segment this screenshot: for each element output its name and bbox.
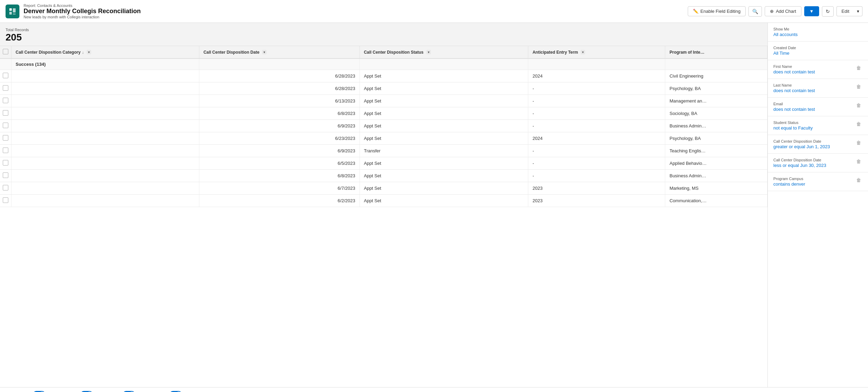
table-row[interactable]: 6/28/2023 Appt Set - Psychology, BA [0, 82, 767, 95]
cell-date: 6/8/2023 [199, 107, 359, 120]
main-layout: Total Records 205 Call Center Dispositio… [0, 23, 868, 387]
filter-value-0: All accounts [773, 32, 862, 37]
row-checkbox-cell[interactable] [0, 95, 11, 107]
sort-down-icon[interactable]: ↓ [82, 50, 84, 54]
filter-content-0: Show Me All accounts [773, 27, 862, 37]
category-filter-btn[interactable]: ▾ [87, 50, 91, 54]
entry-term-filter-btn[interactable]: ▾ [581, 50, 585, 54]
filter-value-8: contains denver [773, 181, 852, 187]
filter-value-2: does not contain test [773, 69, 852, 74]
cell-category [11, 95, 199, 107]
table-row[interactable]: 6/8/2023 Appt Set - Business Admin… [0, 170, 767, 182]
filter-item-5: Student Status not equal to Faculty 🗑 [768, 116, 868, 135]
cell-entry-term: - [528, 170, 665, 182]
table-row[interactable]: 6/28/2023 Appt Set 2024 Civil Engineerin… [0, 70, 767, 82]
total-records-section: Total Records 205 [0, 23, 767, 46]
edit-button[interactable]: Edit [836, 6, 854, 16]
filter-item-4: Email does not contain test 🗑 [768, 98, 868, 116]
filter-label-0: Show Me [773, 27, 862, 31]
row-checkbox[interactable] [3, 148, 8, 153]
cell-entry-term: 2024 [528, 70, 665, 82]
row-checkbox-cell[interactable] [0, 145, 11, 157]
filter-delete-4[interactable]: 🗑 [855, 102, 862, 109]
row-checkbox-cell[interactable] [0, 82, 11, 95]
total-records-label: Total Records [6, 28, 762, 32]
cell-program: Marketing, MS [665, 182, 767, 195]
row-checkbox[interactable] [3, 135, 8, 141]
cell-status: Appt Set [359, 170, 528, 182]
table-row[interactable]: 6/23/2023 Appt Set 2024 Psychology, BA [0, 132, 767, 145]
refresh-button[interactable]: ↻ [822, 6, 834, 17]
cell-date: 6/13/2023 [199, 95, 359, 107]
cell-status: Appt Set [359, 120, 528, 132]
row-checkbox[interactable] [3, 98, 8, 103]
data-table-container: Call Center Disposition Category ↓ ▾ Cal… [0, 46, 767, 387]
row-checkbox[interactable] [3, 197, 8, 203]
cell-entry-term: - [528, 107, 665, 120]
filter-value-4: does not contain test [773, 107, 852, 112]
cell-program: Business Admin… [665, 120, 767, 132]
cell-entry-term: - [528, 145, 665, 157]
filter-delete-3[interactable]: 🗑 [855, 83, 862, 90]
table-row[interactable]: 6/9/2023 Appt Set - Business Admin… [0, 120, 767, 132]
filter-delete-6[interactable]: 🗑 [855, 139, 862, 146]
table-row[interactable]: 6/13/2023 Appt Set - Management an… [0, 95, 767, 107]
row-checkbox[interactable] [3, 160, 8, 166]
row-checkbox-cell[interactable] [0, 157, 11, 170]
table-row[interactable]: 6/9/2023 Transfer - Teaching Englis… [0, 145, 767, 157]
row-checkbox-cell[interactable] [0, 170, 11, 182]
edit-caret-button[interactable]: ▾ [854, 6, 862, 16]
filter-content-6: Call Center Disposition Date greater or … [773, 139, 852, 149]
select-all-header[interactable] [0, 46, 11, 59]
row-checkbox-cell[interactable] [0, 195, 11, 207]
select-all-checkbox[interactable] [3, 49, 8, 54]
filter-item-0: Show Me All accounts [768, 23, 868, 42]
report-subtitle: Report: Contacts & Accounts [24, 3, 141, 8]
row-checkbox-cell[interactable] [0, 120, 11, 132]
cell-date: 6/28/2023 [199, 82, 359, 95]
table-row[interactable]: 6/7/2023 Appt Set 2023 Marketing, MS [0, 182, 767, 195]
row-checkbox[interactable] [3, 73, 8, 78]
filter-delete-2[interactable]: 🗑 [855, 64, 862, 71]
filter-content-4: Email does not contain test [773, 102, 852, 112]
pencil-icon: ✏️ [693, 9, 698, 14]
row-checkbox[interactable] [3, 85, 8, 91]
filter-value-1: All Time [773, 51, 862, 56]
add-chart-button[interactable]: ⊕ Add Chart [765, 6, 801, 16]
search-button[interactable]: 🔍 [748, 6, 762, 17]
table-row[interactable]: 6/2/2023 Appt Set 2023 Communication,… [0, 195, 767, 207]
filter-label-8: Program Campus [773, 177, 852, 181]
date-filter-btn[interactable]: ▾ [262, 50, 267, 54]
row-checkbox-cell[interactable] [0, 182, 11, 195]
col-header-program: Program of Inte… [665, 46, 767, 59]
cell-date: 6/28/2023 [199, 70, 359, 82]
row-checkbox[interactable] [3, 110, 8, 116]
filter-content-2: First Name does not contain test [773, 64, 852, 74]
row-checkbox[interactable] [3, 123, 8, 128]
filter-panel: Show Me All accounts Created Date All Ti… [767, 23, 868, 387]
row-checkbox[interactable] [3, 185, 8, 190]
cell-program: Teaching Englis… [665, 145, 767, 157]
filter-delete-8[interactable]: 🗑 [855, 177, 862, 184]
row-checkbox-cell[interactable] [0, 107, 11, 120]
row-checkbox[interactable] [3, 172, 8, 178]
cell-program: Communication,… [665, 195, 767, 207]
cell-program: Psychology, BA [665, 82, 767, 95]
row-checkbox-cell[interactable] [0, 70, 11, 82]
filter-button[interactable]: ▼ [804, 6, 819, 16]
enable-field-editing-button[interactable]: ✏️ Enable Field Editing [688, 6, 746, 16]
cell-category [11, 195, 199, 207]
group-label: Success (134) [11, 59, 199, 70]
table-row[interactable]: 6/5/2023 Appt Set - Applied Behavio… [0, 157, 767, 170]
filter-label-4: Email [773, 102, 852, 106]
svg-rect-2 [13, 8, 16, 12]
total-records-value: 205 [6, 32, 762, 43]
filter-delete-5[interactable]: 🗑 [855, 121, 862, 127]
row-checkbox-cell[interactable] [0, 132, 11, 145]
cell-category [11, 132, 199, 145]
table-row[interactable]: 6/8/2023 Appt Set - Sociology, BA [0, 107, 767, 120]
filter-item-3: Last Name does not contain test 🗑 [768, 79, 868, 98]
status-filter-btn[interactable]: ▾ [426, 50, 431, 54]
filter-delete-7[interactable]: 🗑 [855, 158, 862, 165]
filter-content-5: Student Status not equal to Faculty [773, 121, 852, 131]
